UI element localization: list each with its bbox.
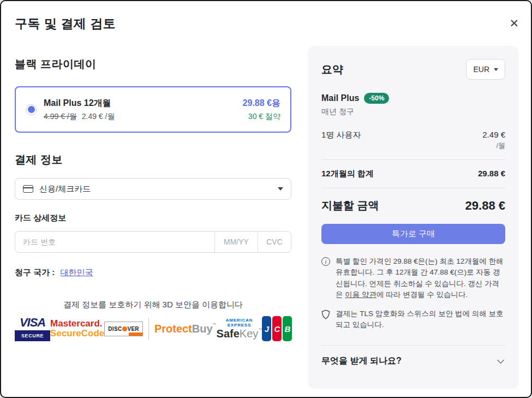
billing-country-row: 청구 국가 : 대한민국 [15,268,93,278]
plan-old-price: 4.99 € /월 [44,112,77,121]
plan-option-mail-plus[interactable]: Mail Plus 12개월 4.99 € /월2.49 € /월 29.88 … [15,86,291,133]
divider [321,345,505,346]
currency-select[interactable]: EUR [466,59,505,80]
discover-swoosh-icon [118,332,143,336]
terms-link[interactable]: 이용 약관 [345,290,376,299]
chevron-down-icon [494,68,498,71]
billing-country-label: 청구 국가 : [15,268,55,277]
due-label: 지불할 금액 [321,198,379,213]
users-row: 1명 사용자 2.49 € /월 [321,130,505,151]
users-label: 1명 사용자 [321,130,361,140]
protect-text: Protect [154,323,192,335]
summary-heading: 요약 [321,62,343,77]
visa-secure-label: SECURE [15,330,50,341]
amex-label: AMERICAN EXPRESS [217,318,262,328]
securecode-label: SecureCode [50,329,104,338]
discover-o-icon [122,326,127,331]
renewal-note: i 특별 할인 가격인 29.88 €은(는) 최초 12개월에 한해 유효합니… [321,256,505,300]
divider [321,159,505,160]
card-details-fieldset [15,231,291,253]
payment-heading: 결제 정보 [15,152,63,167]
safe-text: Safe [217,328,240,340]
secure-3d-note: 결제 정보를 보호하기 위해 3D 보안을 이용합니다 [15,300,291,310]
total-label: 12개월의 합계 [321,169,374,179]
card-expiry-input[interactable] [214,231,258,252]
plan-radio[interactable] [26,104,37,115]
page-title: 구독 및 결제 검토 [15,15,116,32]
payment-method-select[interactable]: 신용/체크카드 [15,178,291,200]
discover-text-pre: DISC [108,326,122,332]
summary-plan-name: Mail Plus [321,93,359,103]
trademark-text: ™ [258,328,262,331]
total-value: 29.88 € [478,169,505,178]
discover-logo-icon: DISCVER [104,322,143,336]
discount-badge: -50% [364,93,389,104]
amount-due-row: 지불할 금액 29.88 € [321,198,505,213]
jcb-bar-red: C [272,316,282,341]
visa-logo-icon: VISA [20,317,45,329]
tls-note: 결제는 TLS 암호화와 스위스의 보안 법에 의해 보호되고 있습니다. [321,308,505,331]
radio-dot-icon [28,106,35,113]
plan-savings: 30 € 절약 [243,112,280,122]
jcb-bar-blue: J [262,316,271,341]
plan-total-price: 29.88 €용 [243,98,280,109]
note-text-after: 에 따라 변경될 수 있습니다. [376,290,468,299]
visa-secure-logo: VISA SECURE [15,317,50,341]
divider [321,188,505,188]
checkout-modal: 구독 및 결제 검토 ✕ 블랙 프라이데이 Mail Plus 12개월 4.9… [0,0,532,398]
safekey-label: SafeKey™ [217,328,262,340]
currency-value: EUR [473,65,489,74]
payment-logos-row: VISA SECURE Mastercard. SecureCode DISCV… [15,312,291,345]
what-you-get-label: 무엇을 받게 되나요? [321,355,402,367]
what-you-get-toggle[interactable]: 무엇을 받게 되나요? [321,355,505,367]
billing-cycle: 매년 청구 [321,107,505,117]
card-details-label: 카드 상세정보 [15,213,66,223]
buy-deal-button[interactable]: 특가로 구매 [321,224,505,244]
chevron-down-icon [497,357,504,364]
mastercard-label: Mastercard. [50,319,104,329]
buy-text: Buy [192,323,213,335]
discover-protectbuy-logo: DISCVER ProtectBuy™ [104,318,216,340]
jcb-logo-icon: J C B [262,316,292,341]
summary-panel: 요약 EUR Mail Plus -50% 매년 청구 1명 사용자 2.49 … [308,46,519,389]
shield-icon [321,310,330,319]
logo-divider [148,318,149,340]
plan-new-price: 2.49 € /월 [82,112,115,121]
protectbuy-label: ProtectBuy™ [154,323,217,335]
due-value: 29.88 € [465,199,505,213]
key-text: Key [240,328,258,340]
chevron-down-icon [278,187,283,191]
credit-card-icon [23,185,33,193]
plan-name: Mail Plus 12개월 [44,98,243,109]
tls-note-text: 결제는 TLS 암호화와 스위스의 보안 법에 의해 보호되고 있습니다. [336,308,505,331]
renewal-note-text: 특별 할인 가격인 29.88 €은(는) 최초 12개월에 한해 유효합니다.… [336,256,505,300]
users-price-unit: /월 [482,141,505,151]
trademark-text: ™ [213,323,217,326]
black-friday-heading: 블랙 프라이데이 [15,57,97,72]
billing-country-link[interactable]: 대한민국 [61,268,93,277]
payment-method-value: 신용/체크카드 [39,184,91,194]
info-icon: i [321,257,330,266]
mastercard-securecode-logo: Mastercard. SecureCode [50,319,104,338]
card-cvc-input[interactable] [258,231,291,252]
card-number-input[interactable] [15,231,214,252]
plan-prices: 4.99 € /월2.49 € /월 [44,112,243,122]
amex-safekey-logo: AMERICAN EXPRESS SafeKey™ [217,318,262,340]
discover-text-post: VER [127,326,139,332]
jcb-bar-green: B [283,316,292,341]
total-row: 12개월의 합계 29.88 € [321,169,505,179]
close-icon[interactable]: ✕ [509,17,519,29]
users-price: 2.49 € [482,130,505,139]
